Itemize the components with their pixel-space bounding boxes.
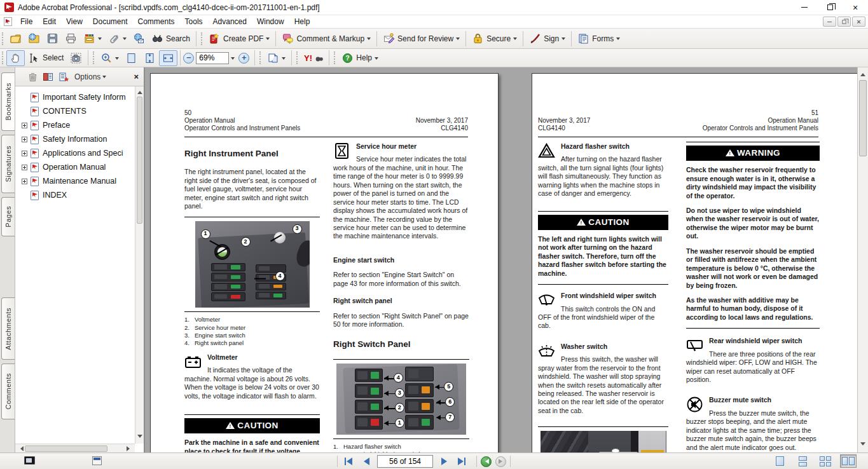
zoom-in-button[interactable]: +	[238, 53, 249, 64]
restore-button[interactable]	[817, 0, 843, 15]
email-button[interactable]	[130, 31, 148, 46]
menu-window[interactable]: Window	[252, 16, 289, 27]
tab-pages[interactable]: Pages	[1, 197, 15, 236]
menu-view[interactable]: View	[61, 16, 88, 27]
scrollbar-thumb[interactable]	[25, 445, 107, 452]
save-button[interactable]	[43, 31, 62, 46]
close-button[interactable]: ×	[843, 0, 868, 15]
previous-view-button[interactable]	[481, 456, 492, 467]
warning-label: WARNING	[737, 148, 780, 158]
forms-button[interactable]: Forms	[574, 31, 623, 46]
new-bookmark-icon[interactable]	[59, 72, 69, 82]
bookmark-preface[interactable]: Preface	[15, 118, 135, 132]
delete-bookmark-icon[interactable]	[28, 72, 38, 82]
send-for-review-button[interactable]: Send for Review	[380, 31, 463, 46]
scrollbar-thumb[interactable]	[137, 97, 142, 224]
search-button[interactable]: Search	[148, 31, 193, 46]
document-area[interactable]: 50 Operation Manual Operator Controls an…	[145, 67, 857, 452]
zoom-level-dropdown-arrow[interactable]	[231, 57, 235, 62]
bookmark-index[interactable]: INDEX	[15, 188, 135, 202]
bookmark-applications[interactable]: Applications and Speci	[15, 146, 135, 160]
last-page-button[interactable]	[455, 455, 469, 468]
tab-comments[interactable]: Comments	[1, 364, 15, 419]
scroll-down-arrow-icon[interactable]	[137, 435, 142, 440]
menu-document[interactable]: Document	[88, 16, 133, 27]
splitter-icon[interactable]	[92, 456, 102, 465]
first-page-button[interactable]	[341, 455, 355, 468]
zoom-out-button[interactable]: −	[183, 53, 194, 64]
continuous-facing-button[interactable]	[817, 454, 834, 468]
page-display-button[interactable]	[264, 50, 289, 66]
menu-bar: File Edit View Document Comments Tools A…	[0, 15, 868, 29]
options-button[interactable]: Options	[74, 72, 106, 81]
bookmark-safety-information[interactable]: Safety Information	[15, 132, 135, 146]
next-view-button[interactable]	[495, 456, 506, 467]
facing-button[interactable]	[840, 454, 857, 468]
doc-close-button[interactable]: ×	[852, 17, 865, 27]
menu-file[interactable]: File	[15, 16, 38, 27]
print-button[interactable]	[62, 31, 80, 46]
help-button[interactable]: ? Help	[338, 50, 382, 66]
page-number-field[interactable]	[377, 455, 433, 468]
scroll-up-arrow-icon[interactable]	[137, 88, 142, 94]
fit-height-button[interactable]	[141, 50, 159, 66]
next-page-button[interactable]	[437, 455, 451, 468]
scroll-left-arrow-icon[interactable]	[18, 446, 24, 451]
comment-markup-button[interactable]: Comment & Markup	[279, 31, 374, 46]
menu-tools[interactable]: Tools	[180, 16, 208, 27]
legend-item: Right switch panel	[195, 339, 244, 347]
hand-tool-button[interactable]	[6, 50, 25, 66]
continuous-button[interactable]	[794, 454, 811, 468]
attach-button[interactable]	[105, 31, 130, 46]
create-pdf-button[interactable]: Create PDF	[205, 31, 273, 46]
expand-plus-icon[interactable]	[22, 151, 27, 156]
menu-help[interactable]: Help	[289, 16, 315, 27]
hazard-flasher-section: Hazard flasher switch After turning on t…	[538, 142, 668, 205]
minimize-button[interactable]	[792, 0, 817, 15]
single-page-button[interactable]	[771, 454, 788, 468]
doc-minimize-button[interactable]	[823, 17, 836, 27]
body-paragraph: It indicates the voltage of the machine.…	[184, 366, 320, 400]
fit-width-button[interactable]	[159, 50, 177, 66]
tab-signatures[interactable]: Signatures	[1, 135, 15, 193]
comment-markup-label: Comment & Markup	[296, 34, 364, 43]
close-panel-button[interactable]: ×	[134, 72, 139, 81]
secure-button[interactable]: Secure	[469, 31, 520, 46]
scroll-right-arrow-icon[interactable]	[127, 446, 132, 451]
bookmark-operation-manual[interactable]: Operation Manual	[15, 160, 135, 174]
menu-comments[interactable]: Comments	[133, 16, 180, 27]
reading-mode-icon[interactable]	[24, 456, 35, 465]
expand-bookmark-icon[interactable]	[43, 72, 53, 82]
sign-dropdown-arrow	[561, 37, 565, 42]
scrollbar-thumb[interactable]	[859, 80, 867, 156]
bookmark-maintenance-manual[interactable]: Maintenance Manual	[15, 174, 135, 188]
open-button[interactable]	[6, 31, 25, 46]
scroll-down-arrow-icon[interactable]	[860, 442, 865, 448]
bookmark-contents[interactable]: CONTENTS	[15, 104, 135, 118]
tab-attachments[interactable]: Attachments	[1, 297, 15, 360]
sign-button[interactable]: Sign	[526, 31, 568, 46]
snapshot-button[interactable]	[67, 50, 85, 66]
prev-page-button[interactable]	[359, 455, 373, 468]
yahoo-search-button[interactable]: Y!	[301, 50, 326, 66]
bookmarks-horizontal-scrollbar[interactable]	[15, 444, 135, 452]
actual-size-button[interactable]	[122, 50, 141, 66]
scroll-up-arrow-icon[interactable]	[860, 71, 865, 76]
bookmarks-vertical-scrollbar[interactable]	[135, 86, 144, 444]
select-tool-button[interactable]: Select	[25, 50, 67, 66]
expand-plus-icon[interactable]	[22, 123, 27, 128]
bookmark-important-safety[interactable]: Important Safety Inform	[15, 90, 135, 104]
expand-plus-icon[interactable]	[22, 137, 27, 142]
document-vertical-scrollbar[interactable]	[857, 67, 868, 452]
expand-plus-icon[interactable]	[22, 179, 27, 184]
menu-edit[interactable]: Edit	[38, 16, 61, 27]
expand-plus-icon[interactable]	[22, 165, 27, 170]
open-web-button[interactable]	[25, 31, 43, 46]
zoom-level-input[interactable]	[196, 52, 229, 64]
organizer-button[interactable]	[80, 31, 105, 46]
hand-tool-icon	[10, 52, 22, 64]
tab-bookmarks[interactable]: Bookmarks	[1, 72, 15, 131]
menu-advanced[interactable]: Advanced	[208, 16, 252, 27]
zoom-tool-button[interactable]	[97, 50, 122, 66]
doc-restore-button[interactable]	[837, 17, 851, 27]
